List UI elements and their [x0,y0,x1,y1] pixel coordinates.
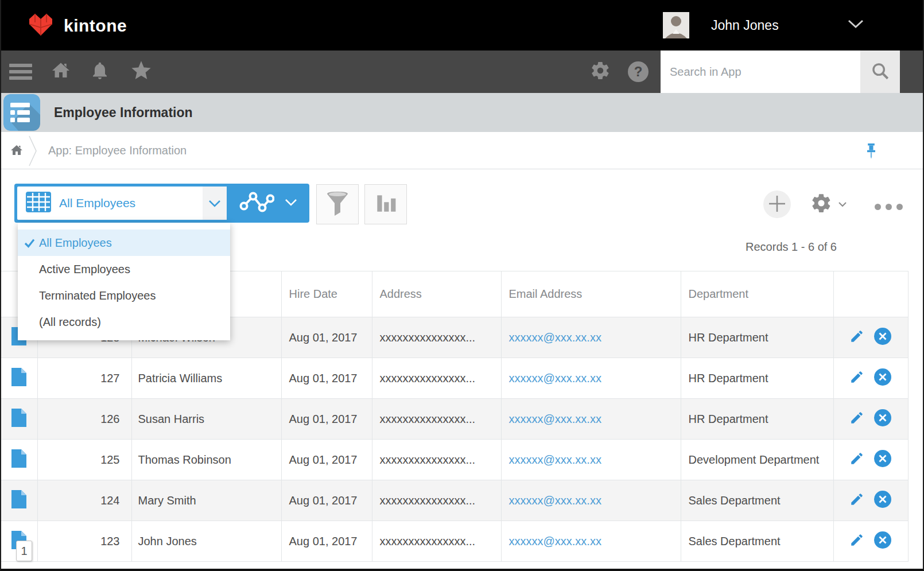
settings-button[interactable] [588,51,613,93]
help-button[interactable]: ? [626,51,651,93]
record-name-cell: Patricia Williams [131,358,281,399]
table-row[interactable]: 123 John Jones Aug 01, 2017 xxxxxxxxxxxx… [1,521,908,562]
chevron-down-icon [285,198,297,208]
table-row[interactable]: 124 Mary Smith Aug 01, 2017 xxxxxxxxxxxx… [1,480,908,521]
home-button[interactable] [48,51,73,93]
view-dropdown-item[interactable]: Terminated Employees [18,282,230,309]
record-hire-date-cell: Aug 01, 2017 [281,521,372,562]
record-actions-cell [833,317,908,358]
record-actions-cell [833,440,908,480]
column-header-department[interactable]: Department [681,271,833,317]
view-dropdown-item[interactable]: All Employees [18,230,230,256]
record-email-link[interactable]: xxxxxx@xxx.xx.xx [501,480,681,521]
delete-record-button[interactable] [873,368,892,389]
view-dropdown-item[interactable]: (All records) [18,309,230,335]
breadcrumb-home-icon[interactable] [9,143,24,160]
delete-icon [873,490,892,511]
app-settings-menu[interactable] [810,192,847,216]
add-record-button[interactable] [763,191,791,218]
record-department-cell: Sales Department [681,480,833,521]
edit-record-button[interactable] [849,329,864,347]
search-input[interactable] [661,51,860,93]
record-email-link[interactable]: xxxxxx@xxx.xx.xx [501,358,681,399]
table-row[interactable]: 127 Patricia Williams Aug 01, 2017 xxxxx… [1,358,908,399]
delete-record-button[interactable] [873,409,892,430]
record-hire-date-cell: Aug 01, 2017 [281,399,372,440]
document-icon [11,457,26,470]
filter-button[interactable] [316,184,359,224]
edit-record-button[interactable] [849,370,864,387]
user-menu[interactable]: John Jones [663,0,864,51]
view-dropdown-item[interactable]: Active Employees [18,256,230,282]
table-row[interactable]: 126 Susan Harris Aug 01, 2017 xxxxxxxxxx… [1,399,908,440]
delete-icon [873,368,892,389]
check-icon [24,238,35,251]
edit-record-button[interactable] [849,492,864,510]
record-actions-cell [833,358,908,399]
star-icon [130,59,153,84]
column-header-address[interactable]: Address [372,271,501,317]
view-selector-caret[interactable] [203,187,227,220]
favorites-button[interactable] [127,51,155,93]
pencil-icon [849,533,864,550]
graph-button[interactable] [227,184,309,223]
app-list-icon[interactable] [3,94,40,133]
ellipsis-icon [875,204,881,210]
delete-icon [873,327,892,348]
record-address-cell: xxxxxxxxxxxxxxx... [372,317,501,358]
search-button[interactable] [860,51,900,93]
record-department-cell: HR Department [681,399,833,440]
record-department-cell: Sales Department [681,521,833,562]
record-email-link[interactable]: xxxxxx@xxx.xx.xx [501,399,681,440]
edit-record-button[interactable] [849,451,864,469]
delete-record-button[interactable] [873,531,892,552]
record-email-link[interactable]: xxxxxx@xxx.xx.xx [501,440,681,480]
record-number-cell: 126 [37,399,131,440]
view-selector[interactable]: All Employees [14,184,309,223]
view-dropdown-panel: All Employees Active Employees Terminate… [18,223,230,340]
chart-button[interactable] [364,184,407,224]
record-actions-cell [833,521,908,562]
record-icon-cell[interactable] [1,358,37,399]
gear-icon [810,192,832,216]
record-address-cell: xxxxxxxxxxxxxxx... [372,399,501,440]
delete-record-button[interactable] [873,327,892,348]
delete-icon [873,449,892,471]
delete-record-button[interactable] [873,449,892,471]
notifications-button[interactable] [87,51,112,93]
hamburger-menu-button[interactable] [7,51,34,93]
breadcrumb-separator [28,135,38,169]
kintone-brand[interactable]: kintone [27,11,127,40]
edit-record-button[interactable] [849,410,864,428]
record-email-link[interactable]: xxxxxx@xxx.xx.xx [501,521,681,562]
record-address-cell: xxxxxxxxxxxxxxx... [372,358,501,399]
record-icon-cell[interactable] [1,399,37,440]
record-hire-date-cell: Aug 01, 2017 [281,317,372,358]
pencil-icon [849,410,864,428]
view-selector-current[interactable]: All Employees [17,187,227,220]
record-name-cell: Mary Smith [131,480,281,521]
bell-icon [90,60,110,84]
more-options-button[interactable] [875,204,903,210]
document-icon [11,417,26,429]
kintone-logo-icon [27,11,55,40]
record-number-cell: 124 [37,480,131,521]
bar-chart-icon [373,191,398,218]
record-icon-cell[interactable] [1,480,37,521]
table-row[interactable]: 125 Thomas Robinson Aug 01, 2017 xxxxxxx… [1,440,908,480]
gear-icon [590,60,611,83]
record-department-cell: Development Department [681,440,833,480]
record-number-cell: 127 [37,358,131,399]
pin-icon[interactable] [865,143,877,162]
column-header-hire-date[interactable]: Hire Date [281,271,372,317]
chevron-down-icon [838,199,847,209]
column-header-email[interactable]: Email Address [501,271,681,317]
edit-record-button[interactable] [849,533,864,550]
record-email-link[interactable]: xxxxxx@xxx.xx.xx [501,317,681,358]
page-indicator[interactable]: 1 [16,541,32,561]
record-icon-cell[interactable] [1,440,37,480]
delete-record-button[interactable] [873,490,892,511]
breadcrumb-app-link[interactable]: App: Employee Information [48,132,187,169]
global-nav-bar: ? [1,51,923,93]
pencil-icon [849,329,864,347]
